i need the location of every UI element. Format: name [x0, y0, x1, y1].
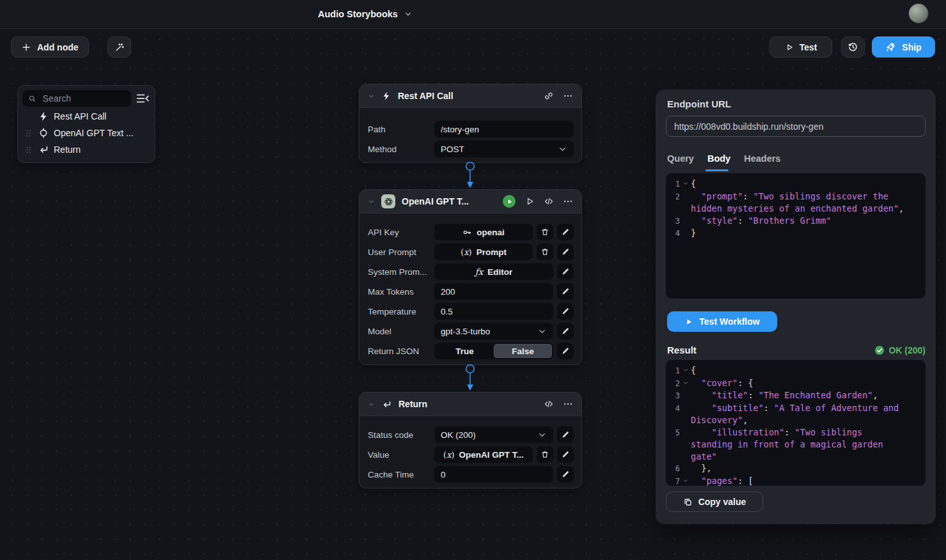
collapse-node-icon[interactable]	[368, 93, 375, 100]
field-row-return-json: Return JSONTrueFalse	[368, 343, 574, 359]
test-workflow-label: Test Workflow	[699, 316, 759, 327]
fold-icon[interactable]	[680, 178, 691, 191]
avatar[interactable]	[909, 4, 928, 23]
fold-icon[interactable]	[680, 475, 691, 486]
link-icon[interactable]	[544, 91, 554, 101]
user-prompt-value-chip[interactable]: (x)Prompt	[434, 244, 533, 260]
fold-icon	[680, 439, 691, 451]
path-input[interactable]: /story-gen	[434, 121, 574, 137]
line-number: 3	[670, 215, 680, 228]
test-workflow-button[interactable]: Test Workflow	[667, 311, 777, 332]
node-title: OpenAI GPT T...	[402, 196, 469, 206]
edit-button[interactable]	[557, 446, 574, 463]
drag-handle-icon[interactable]	[24, 145, 33, 155]
delete-button[interactable]	[537, 244, 553, 260]
field-label: Model	[368, 327, 430, 336]
collapse-node-icon[interactable]	[368, 401, 375, 408]
edit-button[interactable]	[557, 426, 574, 443]
delete-button[interactable]	[537, 446, 553, 463]
search-input[interactable]	[42, 93, 125, 104]
fold-icon[interactable]	[680, 377, 691, 390]
copy-icon	[683, 497, 693, 507]
edit-button[interactable]	[557, 263, 574, 280]
tab-body[interactable]: Body	[707, 153, 730, 164]
fold-icon	[680, 227, 691, 240]
code-icon[interactable]	[544, 196, 554, 206]
toggle-option-false[interactable]: False	[494, 344, 552, 358]
request-body-editor[interactable]: 1{2 "prompt": "Two siblings discover the…	[666, 173, 926, 299]
rocket-icon	[885, 42, 896, 52]
edit-button[interactable]	[557, 224, 574, 240]
ship-button[interactable]: Ship	[872, 36, 935, 58]
collapse-node-icon[interactable]	[368, 198, 375, 205]
result-editor[interactable]: 1{2 "cover": {3 "title": "The Enchanted …	[666, 360, 926, 486]
ai-assist-button[interactable]	[107, 36, 131, 58]
toggle-option-true[interactable]: True	[436, 344, 494, 358]
code-line: Discovery",	[670, 414, 920, 426]
return-icon	[38, 144, 49, 155]
edit-button[interactable]	[557, 343, 574, 359]
api-key-value-chip[interactable]: openai	[434, 224, 533, 240]
play-icon[interactable]	[524, 196, 535, 206]
search-box[interactable]	[22, 90, 131, 107]
add-node-button[interactable]: Add node	[11, 36, 89, 58]
endpoint-url-input[interactable]	[666, 116, 926, 137]
edit-button[interactable]	[557, 466, 574, 483]
tab-headers[interactable]: Headers	[744, 153, 780, 164]
more-options-icon[interactable]	[563, 196, 573, 206]
edit-button[interactable]	[557, 323, 574, 339]
max-tokens-input[interactable]: 200	[434, 283, 553, 300]
more-options-icon[interactable]	[563, 399, 573, 409]
run-node-button[interactable]	[503, 195, 516, 208]
line-number: 4	[670, 402, 680, 415]
check-circle-icon	[874, 345, 885, 355]
fold-icon	[680, 426, 691, 439]
node-list-item[interactable]: Rest API Call	[22, 108, 150, 125]
fold-icon[interactable]	[680, 364, 691, 377]
workflow-title-dropdown[interactable]: Audio Storybooks	[318, 0, 413, 28]
edit-button[interactable]	[557, 283, 574, 300]
field-label: User Prompt	[368, 247, 430, 257]
system-prom-value-chip[interactable]: ƒxEditor	[434, 263, 553, 280]
return-json-toggle[interactable]: TrueFalse	[434, 343, 553, 359]
connector-arrow	[465, 364, 475, 393]
node-openai-gpt[interactable]: OpenAI GPT T... API KeyopenaiUser Prompt…	[359, 189, 582, 365]
edit-button[interactable]	[557, 303, 574, 320]
method-select[interactable]: POST	[434, 141, 574, 157]
fold-icon	[680, 191, 691, 203]
fold-icon	[680, 402, 691, 415]
code-icon[interactable]	[544, 399, 554, 409]
node-list-item[interactable]: OpenAI GPT Text ...	[22, 125, 150, 141]
value-value-chip[interactable]: (x)OpenAI GPT T...	[434, 446, 533, 463]
code-line: 3 "title": "The Enchanted Garden",	[670, 389, 920, 402]
node-return[interactable]: Return Status codeOK (200)Value(x)OpenAI…	[359, 392, 582, 488]
history-button[interactable]	[841, 36, 865, 58]
code-line: 5 "illustration": "Two siblings	[670, 426, 920, 439]
openai-logo-icon	[381, 194, 395, 208]
delete-button[interactable]	[537, 224, 553, 240]
field-row-path: Path/story-gen	[368, 121, 574, 137]
collapse-panel-icon[interactable]	[135, 91, 150, 106]
edit-button[interactable]	[557, 244, 574, 260]
more-options-icon[interactable]	[563, 91, 573, 101]
temperature-input[interactable]: 0.5	[434, 303, 553, 320]
cache-time-input[interactable]: 0	[434, 466, 553, 483]
copy-value-button[interactable]: Copy value	[666, 492, 763, 512]
field-label: Cache Time	[368, 470, 430, 479]
openai-small-icon	[38, 127, 49, 139]
field-row-temperature: Temperature0.5	[368, 303, 574, 320]
fold-icon	[680, 203, 691, 215]
test-button[interactable]: Test	[769, 36, 832, 58]
drag-handle-icon[interactable]	[24, 128, 33, 138]
status-code-select[interactable]: OK (200)	[434, 426, 553, 443]
node-list-item[interactable]: Return	[22, 141, 150, 158]
code-line: standing in front of a magical garden	[670, 439, 920, 451]
node-rest-api-call[interactable]: Rest API Call Path/story-genMethodPOST	[359, 84, 582, 163]
workflow-canvas[interactable]: Add node Test Ship Rest API CallOpenAI G…	[0, 28, 946, 560]
plus-icon	[21, 42, 31, 52]
field-label: Temperature	[368, 307, 430, 316]
chevron-down-icon	[537, 430, 547, 440]
model-select[interactable]: gpt-3.5-turbo	[434, 323, 553, 339]
return-icon	[381, 399, 392, 410]
tab-query[interactable]: Query	[667, 153, 694, 164]
